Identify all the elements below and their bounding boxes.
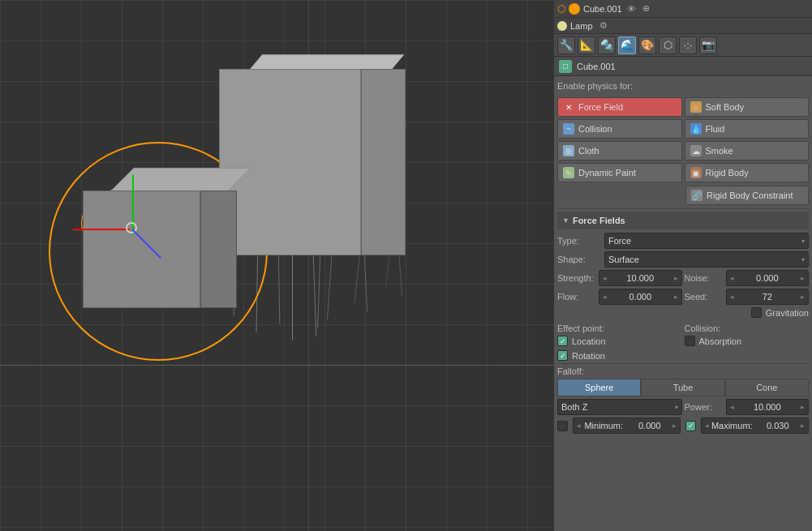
seed-value: 72 <box>734 292 801 302</box>
flow-input[interactable]: ◂ 0.000 ▸ <box>599 289 682 305</box>
axis-x <box>73 229 130 230</box>
shape-dropdown[interactable]: Surface ▾ <box>604 251 809 268</box>
max-right-arrow: ▸ <box>801 422 805 430</box>
force-field-button[interactable]: ✕ Force Field <box>557 97 682 117</box>
toolbar-modifier-icon[interactable]: 🔩 <box>598 36 616 54</box>
min-max-row: ◂ Minimum: 0.000 ▸ ◂ Maximum: 0.030 ▸ <box>557 418 809 434</box>
falloff-button-group: Sphere Tube Cone <box>557 379 809 396</box>
rotation-row: Rotation <box>557 350 809 361</box>
lamp-name: Lamp <box>570 21 593 31</box>
dynamic-paint-button[interactable]: ✎ Dynamic Paint <box>557 163 682 182</box>
cursor-icon[interactable]: ⊕ <box>640 2 653 15</box>
force-field-label: Force Field <box>578 102 623 112</box>
panel-object-name: Cube.001 <box>577 62 807 71</box>
maximum-checkbox[interactable] <box>685 421 696 431</box>
collision-header-label: Collision: <box>685 323 810 333</box>
cloth-label: Cloth <box>578 146 599 156</box>
falloff-tube-button[interactable]: Tube <box>641 379 724 396</box>
toolbar-material-icon[interactable]: 🎨 <box>638 36 656 54</box>
rigid-body-button[interactable]: ▣ Rigid Body <box>685 163 810 182</box>
flow-label: Flow: <box>557 292 596 302</box>
falloff-sphere-button[interactable]: Sphere <box>557 379 641 396</box>
toolbar-physics-icon[interactable]: 🌊 <box>618 36 636 54</box>
min-right-arrow: ▸ <box>672 422 677 430</box>
flow-field-group: Flow: ◂ 0.000 ▸ <box>557 289 682 305</box>
fluid-button[interactable]: 💧 Fluid <box>685 119 810 139</box>
smoke-button[interactable]: ☁ Smoke <box>685 141 810 161</box>
cloth-button[interactable]: ⊞ Cloth <box>557 141 682 161</box>
rigid-body-constraint-button[interactable]: 🔗 Rigid Body Constraint <box>685 186 809 205</box>
dynamic-paint-label: Dynamic Paint <box>578 168 636 178</box>
location-checkbox[interactable] <box>557 336 568 346</box>
rigid-body-icon: ▣ <box>690 167 702 178</box>
rigid-body-constraint-label: Rigid Body Constraint <box>707 191 793 200</box>
toolbar-particles-icon[interactable]: ·:· <box>679 36 697 54</box>
collision-button[interactable]: ~ Collision <box>557 119 682 139</box>
rotation-label: Rotation <box>572 351 605 361</box>
properties-toolbar: 🔧 📐 🔩 🌊 🎨 ⬡ ·:· 📷 <box>554 34 812 57</box>
viewport[interactable] <box>0 0 554 531</box>
minimum-checkbox[interactable] <box>557 421 568 431</box>
gravitation-label: Gravitation <box>766 308 809 318</box>
maximum-value: 0.030 <box>755 421 801 430</box>
location-row: Location <box>557 336 682 346</box>
lamp-dot-icon <box>557 21 567 31</box>
shape-value: Surface <box>608 255 639 264</box>
strength-noise-row: Strength: ◂ 10.000 ▸ Noise: ◂ 0.000 ▸ <box>557 270 809 286</box>
rigid-body-constraint-icon: 🔗 <box>691 190 702 201</box>
falloff-cone-button[interactable]: Cone <box>725 379 809 396</box>
divider-2 <box>557 363 809 364</box>
fluid-icon: 💧 <box>690 123 702 135</box>
seed-input[interactable]: ◂ 72 ▸ <box>726 289 810 305</box>
cube-foreground[interactable] <box>67 142 221 304</box>
cube-front-face <box>219 69 361 255</box>
toolbar-render-icon[interactable]: 📷 <box>699 36 717 54</box>
lamp-settings-icon[interactable]: ⚙ <box>599 20 608 31</box>
minimum-input[interactable]: ◂ Minimum: 0.000 ▸ <box>573 418 681 434</box>
cube-active-front <box>83 191 200 308</box>
fluid-label: Fluid <box>706 124 725 134</box>
power-value: 10.000 <box>734 402 801 412</box>
horizon-line <box>0 365 554 366</box>
maximum-input[interactable]: ◂ Maximum: 0.030 ▸ <box>701 418 809 434</box>
shape-chevron-icon: ▾ <box>801 256 805 263</box>
enable-physics-label: Enable physics for: <box>557 79 809 92</box>
seed-right-arrow: ▸ <box>801 293 805 301</box>
object-icon: ⬡ <box>557 3 565 15</box>
noise-label: Noise: <box>685 273 724 283</box>
minimum-label: Minimum: <box>581 421 627 430</box>
type-chevron-icon: ▾ <box>801 238 805 245</box>
strength-field-group: Strength: ◂ 10.000 ▸ <box>557 270 682 286</box>
toolbar-constraint-icon[interactable]: 📐 <box>578 36 595 54</box>
power-input[interactable]: ◂ 10.000 ▸ <box>726 399 810 415</box>
lamp-icon <box>569 3 580 15</box>
noise-input[interactable]: ◂ 0.000 ▸ <box>726 270 810 286</box>
force-fields-section-header[interactable]: ▼ Force Fields <box>557 212 809 229</box>
cube-active-right <box>200 191 237 308</box>
lamp-bar: Lamp ⚙ <box>554 18 812 34</box>
seed-label: Seed: <box>685 292 724 302</box>
effect-collision-headers: Effect point: Collision: <box>557 323 809 333</box>
panel-content[interactable]: Enable physics for: ✕ Force Field ○ Soft… <box>554 76 812 531</box>
type-dropdown[interactable]: Force ▾ <box>604 233 809 249</box>
section-arrow-icon: ▼ <box>562 216 569 225</box>
noise-field-group: Noise: ◂ 0.000 ▸ <box>685 270 810 286</box>
maximum-label: Maximum: <box>709 421 755 430</box>
type-row: Type: Force ▾ <box>557 233 809 249</box>
absorption-row: Absorption <box>685 336 810 346</box>
both-z-dropdown[interactable]: Both Z ▾ <box>557 399 682 415</box>
cloth-icon: ⊞ <box>563 145 574 156</box>
soft-body-button[interactable]: ○ Soft Body <box>685 97 810 117</box>
cube-background <box>219 28 406 263</box>
toolbar-object-icon[interactable]: 🔧 <box>557 36 575 54</box>
physics-buttons-grid: ✕ Force Field ○ Soft Body ~ Collision 💧 … <box>557 97 809 182</box>
absorption-checkbox[interactable] <box>685 336 695 346</box>
rotation-checkbox[interactable] <box>557 350 568 361</box>
toolbar-texture-icon[interactable]: ⬡ <box>659 36 677 54</box>
power-right-arrow: ▸ <box>801 403 805 411</box>
noise-right-arrow: ▸ <box>801 274 805 282</box>
gravitation-checkbox[interactable] <box>751 307 762 318</box>
strength-input[interactable]: ◂ 10.000 ▸ <box>599 270 682 286</box>
shape-row: Shape: Surface ▾ <box>557 251 809 268</box>
eye-icon[interactable]: 👁 <box>625 2 638 15</box>
